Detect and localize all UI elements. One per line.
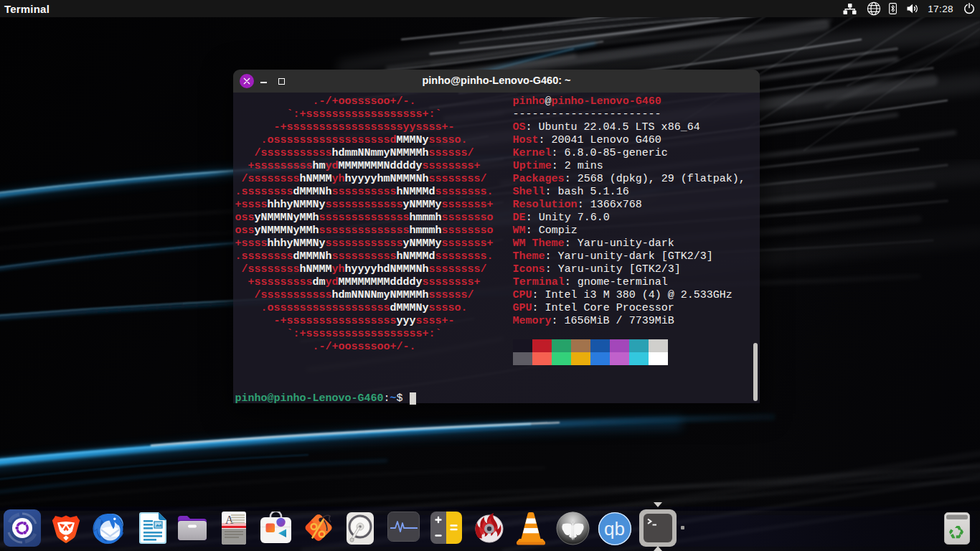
svg-text:qb: qb bbox=[604, 518, 625, 540]
